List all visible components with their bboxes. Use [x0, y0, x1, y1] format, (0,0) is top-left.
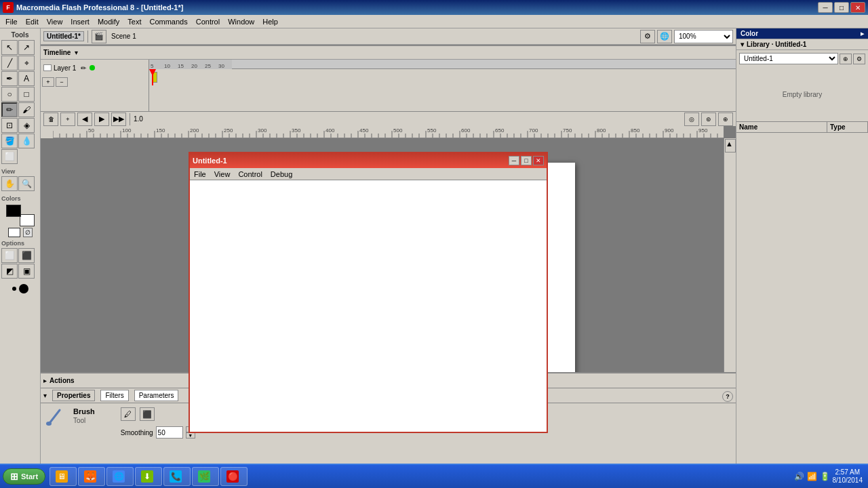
- smooth-down-arrow[interactable]: ▼: [186, 432, 195, 439]
- taskbar-item-utorrent[interactable]: ⬇: [135, 467, 162, 486]
- tool-eyedrop[interactable]: 💧: [18, 134, 35, 148]
- layer-name: Layer 1: [54, 64, 76, 72]
- taskbar-item-chrome[interactable]: 🌐: [106, 467, 134, 486]
- brush-options-row: 🖊 ⬛: [117, 407, 199, 421]
- fill-color-box[interactable]: [20, 214, 35, 226]
- menu-control[interactable]: Control: [192, 16, 224, 27]
- layer-1-row: Layer 1 ✏: [41, 60, 149, 76]
- delete-layer-btn[interactable]: −: [56, 77, 68, 87]
- stage-icon2[interactable]: 🌐: [657, 30, 672, 43]
- prev-frame-btn[interactable]: ◀: [77, 113, 92, 126]
- library-select[interactable]: Untitled-1: [739, 53, 838, 64]
- tool-hand[interactable]: ✋: [1, 176, 18, 191]
- add-frame-btn[interactable]: +: [60, 113, 75, 126]
- zoom-select[interactable]: 100% 50% 200% Fit in Window: [674, 30, 733, 43]
- option-btn2[interactable]: ⬛: [18, 248, 35, 263]
- tool-rect[interactable]: □: [18, 87, 35, 102]
- brush-opt-btn2[interactable]: ⬛: [140, 407, 155, 421]
- taskbar-item-flash[interactable]: 🔴: [220, 467, 248, 486]
- add-layer-btn[interactable]: +: [42, 77, 54, 87]
- colors-label: Colors: [1, 194, 39, 203]
- minimize-button[interactable]: ─: [818, 2, 833, 13]
- smoothing-input[interactable]: [156, 426, 183, 439]
- menu-edit[interactable]: Edit: [22, 16, 43, 27]
- tools-label: Tools: [1, 30, 39, 40]
- layer-pencil-icon[interactable]: ✏: [81, 64, 86, 72]
- maximize-button[interactable]: □: [834, 2, 849, 13]
- menu-view[interactable]: View: [43, 16, 67, 27]
- tool-arrow[interactable]: ↖: [1, 40, 18, 55]
- menu-help[interactable]: Help: [258, 16, 282, 27]
- start-button[interactable]: ⊞ Start: [3, 468, 45, 485]
- tool-oval[interactable]: ○: [1, 87, 18, 102]
- taskbar-item-firefox[interactable]: 🦊: [78, 467, 105, 486]
- flash-doc-window-controls: ─ □ ✕: [509, 156, 544, 165]
- new-symbol-btn[interactable]: ⊕: [840, 54, 852, 64]
- panel-arrow[interactable]: ▸: [861, 30, 864, 37]
- flash-doc-canvas: [190, 180, 547, 432]
- onion-skin-btn[interactable]: ◎: [684, 113, 699, 126]
- menu-text[interactable]: Text: [123, 16, 145, 27]
- play-btn[interactable]: ▶: [94, 113, 109, 126]
- library-props-btn[interactable]: ⚙: [853, 54, 865, 64]
- taskbar-item-evernote[interactable]: 🌿: [192, 467, 219, 486]
- delete-frame-btn[interactable]: 🗑: [43, 113, 58, 126]
- flash-doc-menu-view[interactable]: View: [210, 169, 235, 179]
- timeline-tab[interactable]: ▾: [75, 49, 78, 56]
- menu-window[interactable]: Window: [224, 16, 258, 27]
- option-btn3[interactable]: ◩: [1, 264, 18, 279]
- flash-doc-maximize[interactable]: □: [521, 156, 532, 165]
- options-grid: ⬜ ⬛ ◩ ▣: [1, 248, 39, 279]
- flash-doc-menu-file[interactable]: File: [190, 169, 210, 179]
- tool-inkbucket[interactable]: 🪣: [1, 134, 18, 148]
- props-arrow[interactable]: ▾: [43, 392, 47, 399]
- swap-colors-btn[interactable]: [8, 228, 20, 237]
- flash-doc-titlebar[interactable]: Untitled-1 ─ □ ✕: [190, 153, 547, 168]
- filters-tab[interactable]: Filters: [100, 390, 128, 401]
- actions-arrow[interactable]: ▸: [43, 377, 47, 384]
- tool-subselect[interactable]: ↗: [18, 40, 35, 55]
- app-title: Macromedia Flash Professional 8 - [Untit…: [16, 3, 183, 12]
- option-btn4[interactable]: ▣: [18, 264, 35, 279]
- tool-filltrans[interactable]: ◈: [18, 118, 35, 133]
- taskbar-item-skype[interactable]: 📞: [163, 467, 191, 486]
- close-button[interactable]: ✕: [850, 2, 865, 13]
- svg-line-121: [50, 410, 60, 422]
- help-icon[interactable]: ?: [722, 391, 733, 402]
- no-color-btn[interactable]: ∅: [23, 228, 33, 237]
- svg-text:850: 850: [631, 127, 640, 134]
- stage-icon1[interactable]: ⚙: [640, 30, 655, 43]
- parameters-tab[interactable]: Parameters: [134, 390, 179, 401]
- tool-lasso[interactable]: ⌖: [18, 56, 35, 70]
- menu-modify[interactable]: Modify: [94, 16, 123, 27]
- flash-doc-menu-control[interactable]: Control: [234, 169, 266, 179]
- edit-scene-btn[interactable]: 🎬: [92, 30, 106, 43]
- scroll-up-btn[interactable]: ▲: [725, 139, 736, 152]
- menu-file[interactable]: File: [1, 16, 22, 27]
- tool-eraser[interactable]: ⬜: [1, 149, 18, 164]
- onion-outline-btn[interactable]: ⊚: [701, 113, 716, 126]
- flash-doc-close[interactable]: ✕: [533, 156, 544, 165]
- timeline-header: Timeline ▾: [41, 46, 736, 60]
- tool-pencil[interactable]: ✏: [1, 102, 18, 117]
- properties-tab[interactable]: Properties: [52, 390, 95, 401]
- doc-tab[interactable]: Untitled-1*: [43, 31, 84, 41]
- flash-doc-menu-debug[interactable]: Debug: [267, 169, 296, 179]
- app-icon: F: [3, 2, 14, 13]
- tool-line[interactable]: ╱: [1, 56, 18, 70]
- tool-brush[interactable]: 🖌: [18, 102, 35, 117]
- tool-text[interactable]: A: [18, 71, 35, 86]
- option-btn1[interactable]: ⬜: [1, 248, 18, 263]
- tool-zoom[interactable]: 🔍: [18, 176, 35, 191]
- tool-freetrans[interactable]: ⊡: [1, 118, 18, 133]
- menu-insert[interactable]: Insert: [66, 16, 94, 27]
- taskbar-item-explorer[interactable]: 🖥: [50, 467, 77, 486]
- flash-doc-minimize[interactable]: ─: [509, 156, 519, 165]
- stroke-color-box[interactable]: [6, 205, 21, 217]
- tool-pen[interactable]: ✒: [1, 71, 18, 86]
- edit-markers-btn[interactable]: ⊕: [718, 113, 733, 126]
- brush-opt-btn1[interactable]: 🖊: [121, 407, 136, 421]
- svg-text:300: 300: [258, 127, 267, 134]
- menu-commands[interactable]: Commands: [145, 16, 191, 27]
- next-frame-btn[interactable]: ▶▶: [111, 113, 126, 126]
